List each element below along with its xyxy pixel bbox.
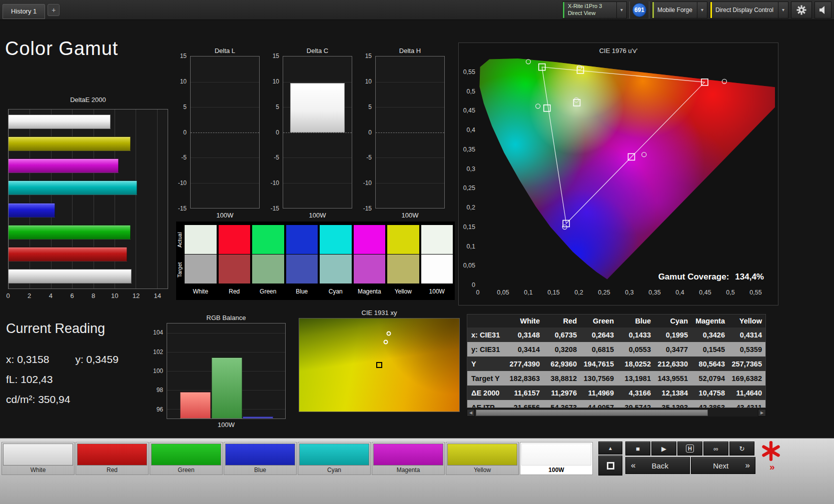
- deltae-bar-red: [9, 247, 127, 262]
- tab-history-label: History 1: [11, 8, 37, 15]
- patch-button-yellow[interactable]: Yellow: [446, 442, 519, 475]
- x-axis-label: 100W: [283, 212, 352, 219]
- actual-swatch: [252, 225, 284, 254]
- chevron-down-icon: ▾: [778, 2, 788, 18]
- scroll-right-button[interactable]: ▶: [758, 409, 766, 416]
- table-row-label: Target Y: [467, 374, 506, 382]
- measured-point: [376, 362, 382, 368]
- scrollbar-track[interactable]: [475, 409, 758, 416]
- patch-swatch: [151, 444, 221, 466]
- delta-chart-plot: [283, 56, 352, 208]
- patch-button-green[interactable]: Green: [150, 442, 223, 475]
- table-cell: 0,1545: [691, 346, 728, 354]
- source-label: Mobile Forge: [657, 6, 692, 14]
- table-cell: 277,4390: [506, 360, 543, 368]
- table-cell: 62,9360: [543, 360, 580, 368]
- swatch-column-blue: Blue: [286, 225, 318, 299]
- patch-label: Cyan: [298, 466, 370, 474]
- table-cell: 169,6382: [728, 374, 765, 382]
- overflow-indicator[interactable]: »: [769, 462, 775, 472]
- table-row[interactable]: Target Y182,836338,8812130,756913,198114…: [467, 371, 765, 386]
- table-row[interactable]: ΔE ITP21,655654,367344,905739,574235,139…: [467, 400, 765, 408]
- table-cell: 212,6330: [654, 360, 691, 368]
- notification-asterisk-icon[interactable]: [760, 440, 781, 462]
- y-tick-label: -15: [178, 205, 187, 212]
- deltae-chart-title: DeltaE 2000: [8, 96, 169, 104]
- navigation-buttons: « Back Next »: [625, 457, 755, 474]
- table-cell: 0,6815: [580, 346, 617, 354]
- y-tick-label: 0,1: [459, 243, 475, 250]
- patch-button-red[interactable]: Red: [76, 442, 149, 475]
- gamut-coverage-label: Gamut Coverage:: [658, 272, 729, 282]
- actual-swatch: [387, 225, 419, 254]
- swatch-label: Red: [219, 284, 251, 299]
- table-cell: 52,0794: [691, 374, 728, 382]
- x-tick-label: 0,35: [648, 289, 660, 296]
- target-swatch: [185, 254, 217, 284]
- next-button[interactable]: Next »: [691, 457, 755, 474]
- speaker-icon: [818, 5, 828, 15]
- x-tick-label: 0,05: [497, 289, 509, 296]
- y-tick-label: 0: [183, 129, 187, 136]
- tab-history[interactable]: History 1: [3, 4, 45, 19]
- display-control-dropdown[interactable]: Direct Display Control ▾: [710, 2, 788, 18]
- patch-label: Red: [76, 466, 148, 474]
- settings-button[interactable]: [791, 2, 812, 18]
- pattern-window-button[interactable]: [598, 456, 622, 476]
- delta-chart-c: Delta C151050-5-10-15100W: [269, 47, 353, 223]
- patch-button-100w[interactable]: 100W: [520, 442, 593, 475]
- table-column-header: Cyan: [654, 317, 691, 325]
- gamut-coverage-value: 134,4%: [735, 272, 764, 282]
- table-row[interactable]: ΔE 200011,615711,297611,49694,316612,138…: [467, 386, 765, 400]
- table-column-header: Blue: [617, 317, 654, 325]
- x-tick-label: 2: [28, 292, 31, 300]
- y-tick-label: 10: [273, 78, 279, 85]
- x-axis-label: 100W: [190, 212, 260, 219]
- table-column-header: Yellow: [728, 317, 765, 325]
- y-tick-label: 0,15: [459, 224, 475, 230]
- scrollbar-thumb[interactable]: [476, 410, 708, 416]
- reading-x: x: 0,3158: [6, 354, 49, 366]
- table-row[interactable]: Y277,439062,9360194,761518,0252212,63308…: [467, 356, 765, 371]
- x-axis-label: 100W: [375, 212, 445, 219]
- table-cell: 54,3673: [543, 404, 580, 408]
- delta-chart-l: Delta L151050-5-10-15100W: [176, 47, 260, 223]
- panel-toggle-button[interactable]: [814, 2, 831, 18]
- back-button[interactable]: « Back: [625, 457, 690, 474]
- actual-row-label: Actual: [177, 226, 184, 254]
- pattern-button[interactable]: H: [677, 442, 702, 456]
- y-tick-label: 15: [273, 52, 279, 60]
- add-tab-button[interactable]: +: [48, 4, 60, 16]
- patch-button-cyan[interactable]: Cyan: [298, 442, 371, 475]
- pattern-up-button[interactable]: ▲: [598, 442, 622, 454]
- actual-swatch: [421, 225, 453, 254]
- deltae-bar-cyan: [9, 180, 137, 195]
- scroll-left-button[interactable]: ◀: [467, 409, 475, 416]
- actual-swatch: [219, 225, 251, 254]
- table-row[interactable]: x: CIE310,31480,67350,26430,14330,19950,…: [467, 328, 765, 342]
- table-cell: 0,3208: [543, 346, 580, 354]
- loop-button[interactable]: ∞: [703, 442, 728, 456]
- y-tick-label: 5: [276, 104, 279, 110]
- patch-button-blue[interactable]: Blue: [224, 442, 297, 475]
- stop-button[interactable]: ■: [625, 442, 650, 456]
- y-tick-label: -15: [271, 205, 279, 212]
- refresh-button[interactable]: ↻: [729, 442, 754, 456]
- swatch-column-cyan: Cyan: [320, 225, 352, 299]
- play-button[interactable]: ▶: [651, 442, 676, 456]
- swatch-label: Yellow: [387, 284, 419, 299]
- y-tick-label: 102: [153, 348, 163, 356]
- x-tick-label: 0,15: [547, 289, 559, 296]
- source-dropdown[interactable]: Mobile Forge ▾: [652, 2, 707, 18]
- patch-button-magenta[interactable]: Magenta: [372, 442, 445, 475]
- reading-y: y: 0,3459: [75, 354, 118, 366]
- meter-dropdown[interactable]: X-Rite i1Pro 3 Direct View ▾: [562, 2, 627, 18]
- target-swatch: [219, 254, 251, 284]
- x-tick-label: 0,2: [574, 289, 583, 296]
- table-cell: 11,2976: [543, 389, 580, 397]
- delta-chart-h: Delta H151050-5-10-15100W: [361, 47, 445, 223]
- table-row[interactable]: y: CIE310,34140,32080,68150,05530,34770,…: [467, 342, 765, 356]
- swatch-label: Blue: [286, 284, 318, 299]
- patch-button-white[interactable]: White: [2, 442, 75, 475]
- y-tick-label: -5: [181, 154, 187, 161]
